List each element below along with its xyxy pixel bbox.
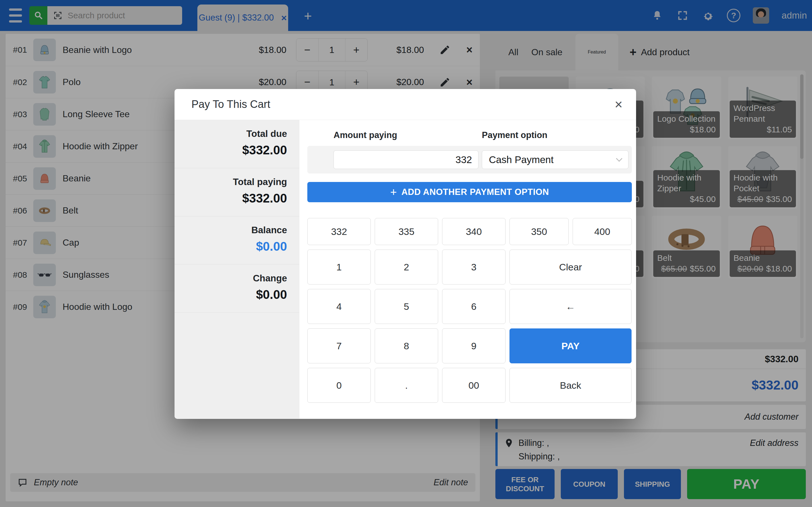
- numpad: 332 335 340 350 400 1 2 3 Clear 4 5 6 ←: [307, 218, 632, 403]
- numpad-key-dot[interactable]: .: [375, 368, 438, 403]
- numpad-key-8[interactable]: 8: [375, 328, 438, 363]
- quick-amount-button[interactable]: 350: [509, 218, 569, 245]
- payment-option-select[interactable]: Cash Payment: [482, 151, 628, 169]
- summary-total-paying: Total paying $332.00: [174, 168, 299, 216]
- numpad-clear-button[interactable]: Clear: [509, 249, 631, 284]
- numpad-key-6[interactable]: 6: [442, 289, 506, 324]
- modal-title: Pay To This Cart: [192, 98, 615, 110]
- chevron-down-icon: [616, 156, 622, 162]
- numpad-key-3[interactable]: 3: [442, 249, 506, 284]
- numpad-key-2[interactable]: 2: [375, 249, 438, 284]
- quick-amount-button[interactable]: 335: [375, 218, 438, 245]
- pay-modal: Pay To This Cart × Total due $332.00 Tot…: [174, 89, 636, 419]
- amount-paying-label: Amount paying: [334, 130, 478, 140]
- payment-row: Cash Payment: [307, 146, 632, 173]
- numpad-key-4[interactable]: 4: [307, 289, 371, 324]
- numpad-key-00[interactable]: 00: [442, 368, 506, 403]
- numpad-key-9[interactable]: 9: [442, 328, 506, 363]
- modal-header: Pay To This Cart ×: [174, 89, 636, 120]
- numpad-key-5[interactable]: 5: [375, 289, 438, 324]
- numpad-key-1[interactable]: 1: [307, 249, 371, 284]
- payment-summary: Total due $332.00 Total paying $332.00 B…: [174, 120, 299, 418]
- numpad-pay-button[interactable]: PAY: [509, 328, 631, 363]
- numpad-key-7[interactable]: 7: [307, 328, 371, 363]
- quick-amount-button[interactable]: 340: [442, 218, 506, 245]
- summary-change: Change $0.00: [174, 265, 299, 313]
- add-another-payment-option-button[interactable]: + ADD ANOTHER PAYMENT OPTION: [307, 182, 632, 202]
- amount-paying-input[interactable]: [334, 151, 478, 169]
- quick-amount-button[interactable]: 332: [307, 218, 371, 245]
- summary-balance: Balance $0.00: [174, 216, 299, 265]
- payment-option-label: Payment option: [482, 130, 548, 140]
- summary-total-due: Total due $332.00: [174, 120, 299, 168]
- numpad-backspace-button[interactable]: ←: [509, 289, 631, 324]
- quick-amount-button[interactable]: 400: [573, 218, 632, 245]
- close-modal-icon[interactable]: ×: [615, 98, 622, 111]
- numpad-key-0[interactable]: 0: [307, 368, 371, 403]
- numpad-back-button[interactable]: Back: [509, 368, 631, 403]
